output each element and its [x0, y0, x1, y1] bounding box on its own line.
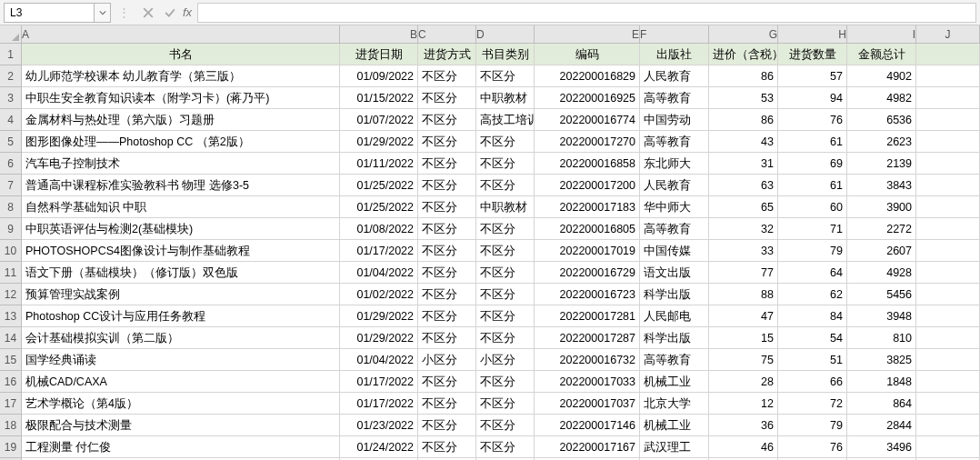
cell[interactable]: 53	[709, 87, 778, 109]
cell[interactable]: 202200016723	[535, 284, 640, 305]
cell[interactable]: 高等教育	[640, 218, 709, 240]
cell[interactable]: 不区分	[418, 196, 476, 218]
cell[interactable]: 不区分	[418, 65, 476, 87]
cell[interactable]	[916, 327, 980, 349]
cell[interactable]	[916, 371, 980, 393]
cell[interactable]: 2139	[847, 153, 916, 175]
row-header[interactable]: 16	[0, 371, 22, 393]
cell[interactable]: 01/09/2022	[340, 65, 418, 87]
cell[interactable]: 01/04/2022	[340, 262, 418, 284]
cell[interactable]: 4982	[847, 87, 916, 109]
cell[interactable]: 86	[709, 65, 778, 87]
confirm-formula-button[interactable]	[161, 4, 179, 22]
cell[interactable]: 不区分	[476, 240, 535, 262]
cell[interactable]: 79	[778, 240, 847, 262]
cell[interactable]: 2272	[847, 218, 916, 240]
cell[interactable]	[916, 218, 980, 240]
cell[interactable]: 不区分	[476, 284, 535, 305]
cell[interactable]: 极限配合与技术测量	[22, 415, 340, 436]
cell[interactable]: 28	[709, 371, 778, 393]
cell[interactable]: 4902	[847, 65, 916, 87]
name-box[interactable]	[4, 3, 95, 23]
cell[interactable]: 预算管理实战案例	[22, 284, 340, 305]
cell[interactable]: 01/17/2022	[340, 393, 418, 415]
column-header-A[interactable]: A	[22, 25, 340, 44]
cell[interactable]	[916, 153, 980, 175]
cell[interactable]: 不区分	[418, 262, 476, 284]
cell[interactable]: 64	[778, 262, 847, 284]
cell[interactable]: 人民邮电	[640, 305, 709, 327]
cell[interactable]: 4928	[847, 262, 916, 284]
cell[interactable]	[916, 65, 980, 87]
cell[interactable]: 不区分	[476, 393, 535, 415]
header-cell[interactable]: 书名	[22, 44, 340, 65]
cell[interactable]	[916, 262, 980, 284]
cell[interactable]: 202200017033	[535, 371, 640, 393]
cell[interactable]: 不区分	[418, 436, 476, 458]
cell[interactable]: 不区分	[476, 327, 535, 349]
cell[interactable]: 6536	[847, 109, 916, 131]
cell[interactable]: 2844	[847, 415, 916, 436]
cell[interactable]: 54	[778, 327, 847, 349]
row-header[interactable]: 4	[0, 109, 22, 131]
header-cell[interactable]: 编码	[535, 44, 640, 65]
column-header-B[interactable]: B	[340, 25, 418, 44]
cell[interactable]: 01/02/2022	[340, 284, 418, 305]
cell[interactable]: 不区分	[418, 153, 476, 175]
column-header-I[interactable]: I	[847, 25, 916, 44]
cell[interactable]: 金属材料与热处理（第六版）习题册	[22, 109, 340, 131]
cell[interactable]: 202200016774	[535, 109, 640, 131]
cell[interactable]: 65	[709, 196, 778, 218]
cell[interactable]: 32	[709, 218, 778, 240]
cell[interactable]: 84	[778, 305, 847, 327]
cell[interactable]	[916, 87, 980, 109]
cell[interactable]: 不区分	[418, 415, 476, 436]
cell[interactable]: 科学出版	[640, 327, 709, 349]
cell[interactable]: 66	[778, 371, 847, 393]
cell[interactable]: 3825	[847, 349, 916, 371]
row-header[interactable]: 12	[0, 284, 22, 305]
cell[interactable]	[916, 196, 980, 218]
cell[interactable]: 不区分	[476, 262, 535, 284]
cell[interactable]: 60	[778, 196, 847, 218]
header-cell[interactable]	[916, 44, 980, 65]
cell[interactable]: 31	[709, 153, 778, 175]
cell[interactable]: 不区分	[476, 415, 535, 436]
header-cell[interactable]: 出版社	[640, 44, 709, 65]
cell[interactable]: 不区分	[476, 305, 535, 327]
cell[interactable]: 86	[709, 109, 778, 131]
row-header[interactable]: 7	[0, 175, 22, 196]
cell[interactable]: 71	[778, 218, 847, 240]
cell[interactable]	[916, 240, 980, 262]
cell[interactable]: 75	[709, 349, 778, 371]
row-header[interactable]: 3	[0, 87, 22, 109]
cell[interactable]: 不区分	[418, 175, 476, 196]
cell[interactable]: 01/23/2022	[340, 415, 418, 436]
cell[interactable]: 语文出版	[640, 262, 709, 284]
cell[interactable]: 人民教育	[640, 175, 709, 196]
cell[interactable]: 不区分	[418, 131, 476, 153]
cell[interactable]	[916, 349, 980, 371]
row-header[interactable]: 14	[0, 327, 22, 349]
cell[interactable]: 科学出版	[640, 284, 709, 305]
cell[interactable]: 01/29/2022	[340, 327, 418, 349]
cell[interactable]: PHOTOSHOPCS4图像设计与制作基础教程	[22, 240, 340, 262]
cell[interactable]: 202200016829	[535, 65, 640, 87]
cell[interactable]: 武汉理工	[640, 436, 709, 458]
cell[interactable]: 810	[847, 327, 916, 349]
cell[interactable]: 不区分	[476, 371, 535, 393]
cell[interactable]: 不区分	[418, 305, 476, 327]
cell[interactable]: 15	[709, 327, 778, 349]
column-header-E[interactable]: E	[535, 25, 640, 44]
cell[interactable]: 中职英语评估与检测2(基础模块)	[22, 218, 340, 240]
cell[interactable]: 3900	[847, 196, 916, 218]
cell[interactable]: 不区分	[476, 436, 535, 458]
row-header[interactable]: 11	[0, 262, 22, 284]
cell[interactable]: 01/25/2022	[340, 196, 418, 218]
cancel-formula-button[interactable]	[139, 4, 157, 22]
column-header-D[interactable]: D	[476, 25, 535, 44]
cell[interactable]: 79	[778, 415, 847, 436]
formula-bar[interactable]	[197, 3, 976, 23]
cell[interactable]: 小区分	[476, 349, 535, 371]
cell[interactable]	[916, 109, 980, 131]
